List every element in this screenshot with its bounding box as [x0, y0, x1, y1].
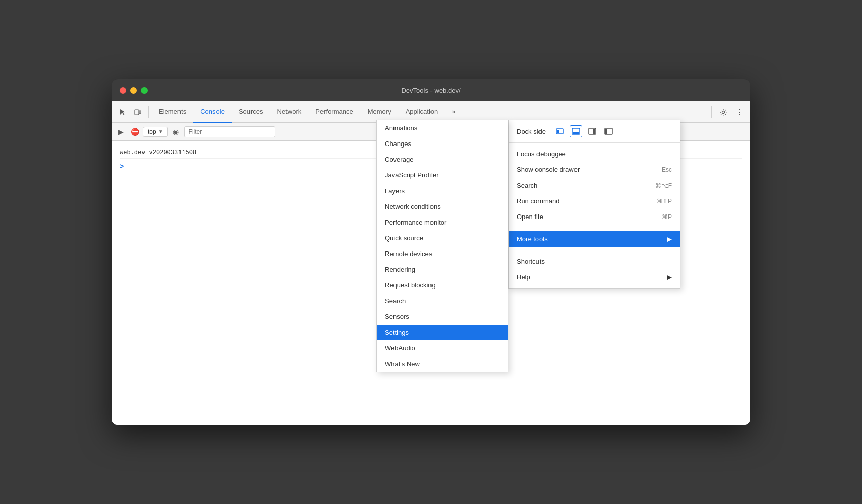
menu-item-request-blocking[interactable]: Request blocking	[377, 277, 508, 293]
more-tools-dropdown: Animations Changes Coverage JavaScript P…	[376, 120, 508, 372]
close-button[interactable]	[120, 87, 126, 94]
dock-undock-icon[interactable]	[554, 125, 566, 137]
menu-item-webaudio[interactable]: WebAudio	[377, 340, 508, 356]
toolbar-separator	[148, 106, 149, 118]
main-menu-section-3: Shortcuts Help ▶	[509, 250, 680, 288]
menu-item-network-conditions[interactable]: Network conditions	[377, 199, 508, 214]
mm-more-tools[interactable]: More tools ▶	[509, 231, 680, 247]
dock-left-icon[interactable]	[602, 125, 615, 137]
traffic-lights	[120, 87, 148, 94]
tab-elements[interactable]: Elements	[152, 101, 193, 123]
menu-item-performance-monitor[interactable]: Performance monitor	[377, 214, 508, 230]
more-tools-submenu-arrow: ▶	[667, 235, 672, 243]
svg-rect-8	[593, 129, 595, 134]
menu-item-changes[interactable]: Changes	[377, 136, 508, 152]
svg-rect-4	[557, 130, 559, 133]
menu-item-layers[interactable]: Layers	[377, 183, 508, 199]
menu-item-animations[interactable]: Animations	[377, 120, 508, 136]
devtools-window: DevTools - web.dev/ Elements	[112, 79, 750, 425]
toolbar-sep-right	[711, 106, 712, 118]
mm-open-file[interactable]: Open file ⌘P	[509, 209, 680, 225]
eye-icon[interactable]: ◉	[170, 126, 182, 138]
maximize-button[interactable]	[141, 87, 148, 94]
svg-rect-0	[135, 110, 139, 115]
svg-rect-6	[573, 132, 579, 134]
context-selector[interactable]: top ▼	[143, 127, 168, 137]
menu-item-whats-new[interactable]: What's New	[377, 356, 508, 372]
tab-sources[interactable]: Sources	[232, 101, 270, 123]
mm-run-command[interactable]: Run command ⌘⇧P	[509, 193, 680, 209]
settings-gear-icon[interactable]	[716, 105, 730, 119]
devtools-panel: Elements Console Sources Network Perform…	[112, 101, 750, 425]
dock-right-icon[interactable]	[586, 125, 598, 137]
menu-item-coverage[interactable]: Coverage	[377, 152, 508, 167]
mm-shortcuts[interactable]: Shortcuts	[509, 254, 680, 269]
main-menu-section-1: Focus debuggee Show console drawer Esc S…	[509, 143, 680, 228]
context-arrow-icon: ▼	[158, 129, 163, 134]
main-menu-section-2: More tools ▶	[509, 228, 680, 250]
clear-console-icon[interactable]: ⛔	[129, 126, 141, 138]
console-main-content: web.dev v202003311508 > Animations Chang…	[112, 141, 750, 425]
window-title: DevTools - web.dev/	[401, 87, 460, 94]
more-options-icon[interactable]: ⋮	[732, 105, 746, 119]
svg-rect-1	[139, 111, 141, 114]
svg-point-2	[722, 111, 725, 113]
menu-item-sensors[interactable]: Sensors	[377, 309, 508, 325]
menu-item-rendering[interactable]: Rendering	[377, 262, 508, 277]
sidebar-toggle-icon[interactable]: ▶	[115, 126, 127, 138]
dock-side-section: Dock side	[509, 120, 680, 143]
mm-focus-debuggee[interactable]: Focus debuggee	[509, 146, 680, 162]
filter-input[interactable]	[184, 126, 275, 137]
minimize-button[interactable]	[130, 87, 137, 94]
mm-help[interactable]: Help ▶	[509, 269, 680, 285]
menu-item-quick-source[interactable]: Quick source	[377, 230, 508, 246]
help-submenu-arrow: ▶	[667, 273, 672, 281]
tab-console[interactable]: Console	[193, 101, 232, 123]
select-element-icon[interactable]	[116, 105, 130, 119]
toolbar-right: ⋮	[709, 105, 746, 119]
menu-item-search[interactable]: Search	[377, 293, 508, 309]
dock-bottom-icon[interactable]	[570, 125, 582, 137]
mm-show-console-drawer[interactable]: Show console drawer Esc	[509, 162, 680, 177]
svg-rect-10	[605, 129, 607, 134]
mm-search[interactable]: Search ⌘⌥F	[509, 177, 680, 193]
menu-item-javascript-profiler[interactable]: JavaScript Profiler	[377, 167, 508, 183]
menu-item-remote-devices[interactable]: Remote devices	[377, 246, 508, 262]
menu-item-settings[interactable]: Settings	[377, 325, 508, 340]
main-context-menu: Dock side	[508, 120, 680, 289]
device-toggle-icon[interactable]	[131, 105, 145, 119]
tab-performance[interactable]: Performance	[308, 101, 360, 123]
tab-network[interactable]: Network	[270, 101, 309, 123]
title-bar: DevTools - web.dev/	[112, 79, 750, 101]
